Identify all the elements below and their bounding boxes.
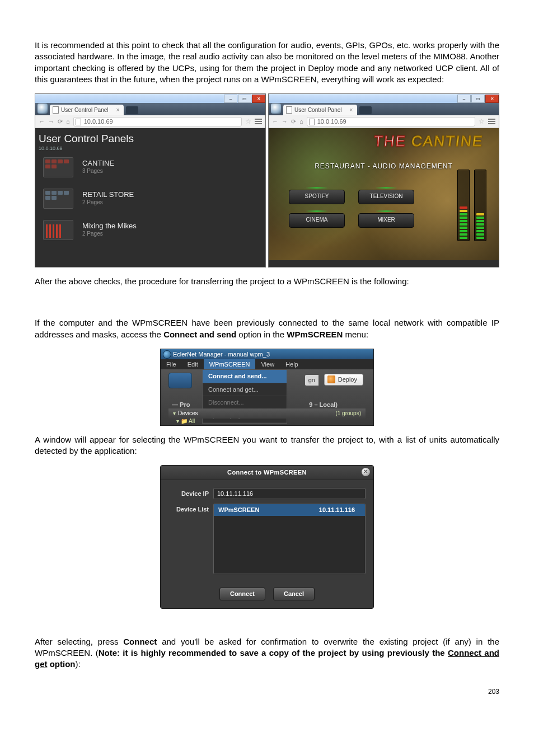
nav-forward-icon[interactable]: → [282, 118, 288, 126]
window-minimize-button[interactable]: – [224, 95, 237, 103]
device-list-row[interactable]: WPmSCREEN 10.11.11.116 [214, 504, 365, 516]
cantine-logo: THE CANTINE [373, 132, 484, 151]
dialog-title: Connect to WPmSCREEN ✕ [161, 466, 373, 480]
window-maximize-button[interactable]: ▭ [471, 95, 485, 103]
nav-back-icon[interactable]: ← [272, 118, 278, 126]
panel-thumbnail [43, 189, 73, 209]
meter-right [474, 170, 486, 241]
tab-title: User Control Panel [294, 106, 341, 114]
device-ip: 10.11.11.116 [319, 506, 355, 514]
browser-tab-strip: User Control Panel × [269, 103, 499, 115]
input-device-ip[interactable]: 10.11.11.116 [213, 488, 366, 499]
app-menubar: File Edit WPmSCREEN View Help [161, 359, 373, 369]
paragraph-connect-send: If the computer and the WPmSCREEN have b… [35, 317, 499, 340]
app-window-title: EclerNet Manager - manual wpm_3 [161, 349, 373, 359]
label-device-list: Device List [168, 504, 213, 514]
app-icon [271, 104, 281, 114]
ucp-item-cantine[interactable]: CANTINE 3 Pages [35, 152, 265, 183]
menu-wpmscreen[interactable]: WPmSCREEN [204, 359, 256, 369]
level-meters [457, 170, 486, 241]
new-tab-button[interactable] [359, 106, 372, 114]
page-title: User Control Panels [35, 132, 265, 146]
ucp-item-retail[interactable]: RETAIL STORE 2 Pages [35, 183, 265, 214]
ucp-list-page: User Control Panels 10.0.10.69 CANTINE 3… [35, 128, 265, 267]
paragraph-intro: It is recommended at this point to check… [35, 40, 499, 85]
window-maximize-button[interactable]: ▭ [238, 95, 251, 103]
page-icon [76, 119, 81, 125]
menu-item-connect-get[interactable]: Connect and get... [203, 383, 287, 397]
menu-view[interactable]: View [255, 359, 280, 369]
source-button-cinema[interactable]: CINEMA [289, 213, 345, 228]
tab-close-icon[interactable]: × [349, 106, 353, 114]
nav-forward-icon[interactable]: → [48, 118, 54, 126]
all-row[interactable]: ▾ 📁 All [176, 417, 195, 425]
nav-home-icon[interactable]: ⌂ [66, 118, 70, 126]
eclernet-menu-screenshot: EclerNet Manager - manual wpm_3 File Edi… [160, 349, 374, 426]
panel-thumbnail [43, 220, 73, 240]
menu-edit[interactable]: Edit [182, 359, 204, 369]
window-titlebar: – ▭ ✕ [269, 94, 499, 103]
panel-name: RETAIL STORE [82, 191, 134, 199]
device-list[interactable]: WPmSCREEN 10.11.11.116 [213, 504, 366, 574]
menu-item-connect-send[interactable]: Connect and send... [203, 370, 287, 383]
source-button-spotify[interactable]: SPOTIFY [289, 190, 345, 204]
menu-file[interactable]: File [161, 359, 182, 369]
source-button-mixer[interactable]: MIXER [358, 213, 414, 228]
panel-pages: 3 Pages [82, 167, 114, 175]
new-tab-button[interactable] [126, 106, 138, 114]
paragraph-after-select: After selecting, press Connect and you'l… [35, 636, 499, 670]
bookmark-star-icon[interactable]: ☆ [479, 117, 485, 126]
toolbar-network-icon[interactable] [168, 373, 192, 388]
local-label-fragment: 9 – Local) [309, 401, 338, 409]
browser-tab-strip: User Control Panel × [35, 103, 265, 115]
deploy-icon [327, 375, 335, 383]
panel-name: Mixing the Mikes [82, 222, 137, 230]
cancel-button[interactable]: Cancel [273, 588, 315, 600]
paragraph-dialog-intro: A window will appear for selecting the W… [35, 434, 499, 457]
panel-pages: 2 Pages [82, 199, 134, 206]
browser-tab[interactable]: User Control Panel × [50, 105, 124, 115]
nav-reload-icon[interactable]: ⟳ [58, 118, 63, 126]
browser-toolbar: ← → ⟳ ⌂ 10.0.10.69 ☆ [35, 115, 265, 128]
project-label-fragment: — Pro [172, 401, 190, 409]
nav-back-icon[interactable]: ← [39, 118, 45, 126]
cantine-panel-page: THE CANTINE RESTAURANT - AUDIO MANAGEMEN… [269, 128, 499, 260]
source-button-television[interactable]: TELEVISION [358, 190, 414, 204]
window-close-button[interactable]: ✕ [485, 95, 499, 103]
devices-strip[interactable]: ▾Devices (1 groups) [168, 408, 366, 419]
browser-window-ucp-list: – ▭ ✕ User Control Panel × ← → ⟳ ⌂ 10.0.… [35, 93, 266, 267]
page-icon [309, 119, 315, 125]
panel-name: CANTINE [82, 159, 114, 167]
app-title-icon [163, 350, 171, 359]
nav-reload-icon[interactable]: ⟳ [291, 118, 296, 126]
app-icon [38, 104, 48, 114]
panel-pages: 2 Pages [82, 230, 137, 238]
label-device-ip: Device IP [168, 490, 213, 498]
menu-help[interactable]: Help [280, 359, 304, 369]
menu-item-disconnect[interactable]: Disconnect... [203, 396, 287, 410]
page-number: 203 [35, 687, 499, 696]
ucp-item-mixing[interactable]: Mixing the Mikes 2 Pages [35, 214, 265, 246]
address-bar[interactable]: 10.0.10.69 [73, 117, 242, 126]
bookmark-star-icon[interactable]: ☆ [245, 117, 251, 126]
hamburger-menu-icon[interactable] [488, 119, 495, 124]
panel-thumbnail [43, 157, 73, 177]
window-close-button[interactable]: ✕ [252, 95, 265, 103]
nav-home-icon[interactable]: ⌂ [299, 118, 303, 126]
address-bar[interactable]: 10.0.10.69 [307, 117, 475, 126]
connect-button[interactable]: Connect [219, 588, 265, 600]
browser-tab[interactable]: User Control Panel × [283, 105, 357, 115]
hamburger-menu-icon[interactable] [255, 119, 262, 124]
tab-close-icon[interactable]: × [116, 106, 119, 114]
browser-window-cantine-panel: – ▭ ✕ User Control Panel × ← → ⟳ ⌂ 10.0.… [268, 93, 499, 267]
window-minimize-button[interactable]: – [457, 95, 471, 103]
tab-title: User Control Panel [61, 106, 108, 114]
groups-count: (1 groups) [335, 410, 361, 417]
document-icon [286, 106, 292, 114]
deploy-button[interactable]: Deploy [324, 374, 363, 386]
caret-down-icon: ▾ [173, 410, 176, 416]
dialog-close-button[interactable]: ✕ [362, 468, 370, 476]
paragraph-after-checks: After the above checks, the procedure fo… [35, 276, 499, 287]
design-mode-fragment: gn [305, 375, 318, 386]
browser-toolbar: ← → ⟳ ⌂ 10.0.10.69 ☆ [269, 115, 499, 128]
